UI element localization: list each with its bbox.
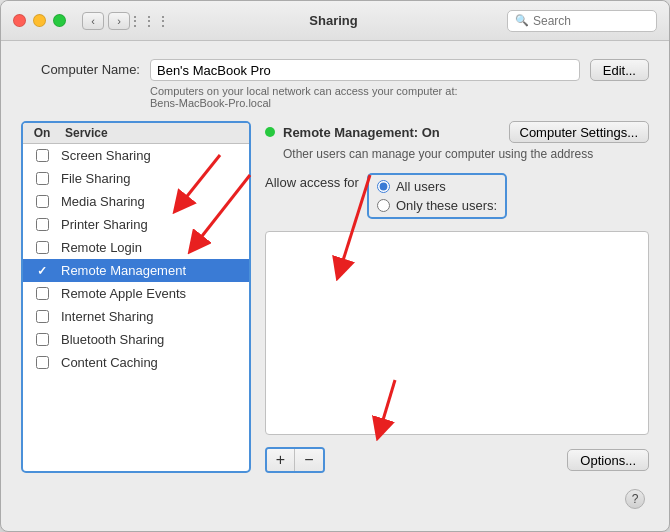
screen-sharing-label: Screen Sharing	[61, 148, 249, 163]
checkbox-cell: ✓	[23, 264, 61, 278]
service-row-file-sharing[interactable]: File Sharing	[23, 167, 249, 190]
checkbox-cell	[23, 287, 61, 300]
rm-title-text: Remote Management: On	[283, 125, 440, 140]
printer-sharing-checkbox[interactable]	[36, 218, 49, 231]
maximize-button[interactable]	[53, 14, 66, 27]
status-dot-green	[265, 127, 275, 137]
computer-name-subtitle: Computers on your local network can acce…	[150, 85, 649, 109]
bluetooth-sharing-checkbox[interactable]	[36, 333, 49, 346]
help-row: ?	[21, 485, 649, 513]
search-input[interactable]	[533, 14, 649, 28]
service-row-remote-management[interactable]: ✓ Remote Management	[23, 259, 249, 282]
help-button[interactable]: ?	[625, 489, 645, 509]
radio-only-these-users-label: Only these users:	[396, 198, 497, 213]
service-row-bluetooth-sharing[interactable]: Bluetooth Sharing	[23, 328, 249, 351]
services-header-service: Service	[61, 126, 108, 140]
options-button[interactable]: Options...	[567, 449, 649, 471]
services-header: On Service	[23, 123, 249, 144]
radio-group: All users Only these users:	[367, 173, 507, 219]
content-caching-checkbox[interactable]	[36, 356, 49, 369]
add-user-button[interactable]: +	[267, 449, 295, 471]
access-row: Allow access for All users Only these us…	[265, 173, 649, 219]
radio-all-users[interactable]	[377, 180, 390, 193]
remote-apple-events-checkbox[interactable]	[36, 287, 49, 300]
service-row-content-caching[interactable]: Content Caching	[23, 351, 249, 374]
main-panel: On Service Screen Sharing	[21, 121, 649, 473]
edit-button[interactable]: Edit...	[590, 59, 649, 81]
rm-status: Remote Management: On Computer Settings.…	[265, 121, 649, 161]
grid-button[interactable]: ⋮⋮⋮	[138, 12, 160, 30]
remote-management-label: Remote Management	[61, 263, 249, 278]
checkbox-cell	[23, 172, 61, 185]
media-sharing-checkbox[interactable]	[36, 195, 49, 208]
minimize-button[interactable]	[33, 14, 46, 27]
traffic-lights	[13, 14, 66, 27]
checkbox-cell	[23, 241, 61, 254]
service-row-printer-sharing[interactable]: Printer Sharing	[23, 213, 249, 236]
computer-name-row: Computer Name: Edit... Computers on your…	[21, 59, 649, 109]
forward-button[interactable]: ›	[108, 12, 130, 30]
computer-name-field-row: Edit...	[150, 59, 649, 81]
file-sharing-checkbox[interactable]	[36, 172, 49, 185]
nav-buttons: ‹ ›	[82, 12, 130, 30]
computer-name-label: Computer Name:	[41, 59, 140, 77]
computer-settings-button[interactable]: Computer Settings...	[509, 121, 650, 143]
radio-option-only-these-users[interactable]: Only these users:	[377, 198, 497, 213]
checkbox-cell	[23, 333, 61, 346]
close-button[interactable]	[13, 14, 26, 27]
checkbox-cell	[23, 356, 61, 369]
internet-sharing-label: Internet Sharing	[61, 309, 249, 324]
rm-description: Other users can manage your computer usi…	[265, 147, 649, 161]
remote-apple-events-label: Remote Apple Events	[61, 286, 249, 301]
bottom-bar: + − Options...	[265, 447, 649, 473]
content-caching-label: Content Caching	[61, 355, 249, 370]
service-row-remote-login[interactable]: Remote Login	[23, 236, 249, 259]
content-area: Computer Name: Edit... Computers on your…	[1, 41, 669, 531]
add-remove-buttons: + −	[265, 447, 325, 473]
services-header-on: On	[23, 126, 61, 140]
checkbox-cell	[23, 310, 61, 323]
computer-name-input[interactable]	[150, 59, 580, 81]
remote-login-checkbox[interactable]	[36, 241, 49, 254]
radio-all-users-label: All users	[396, 179, 446, 194]
remote-login-label: Remote Login	[61, 240, 249, 255]
title-bar: ‹ › ⋮⋮⋮ Sharing 🔍	[1, 1, 669, 41]
screen-sharing-checkbox[interactable]	[36, 149, 49, 162]
internet-sharing-checkbox[interactable]	[36, 310, 49, 323]
access-section: Allow access for All users Only these us…	[265, 173, 649, 219]
search-icon: 🔍	[515, 14, 529, 27]
checkbox-cell	[23, 218, 61, 231]
remove-user-button[interactable]: −	[295, 449, 323, 471]
right-panel: Remote Management: On Computer Settings.…	[265, 121, 649, 473]
service-row-internet-sharing[interactable]: Internet Sharing	[23, 305, 249, 328]
services-list: On Service Screen Sharing	[21, 121, 251, 473]
users-list	[265, 231, 649, 435]
remote-management-checkmark: ✓	[37, 264, 47, 278]
window-title: Sharing	[160, 13, 507, 28]
bluetooth-sharing-label: Bluetooth Sharing	[61, 332, 249, 347]
radio-only-these-users[interactable]	[377, 199, 390, 212]
checkbox-cell	[23, 149, 61, 162]
file-sharing-label: File Sharing	[61, 171, 249, 186]
access-label: Allow access for	[265, 173, 359, 190]
radio-option-all-users[interactable]: All users	[377, 179, 497, 194]
rm-status-row: Remote Management: On Computer Settings.…	[265, 121, 649, 143]
service-row-media-sharing[interactable]: Media Sharing	[23, 190, 249, 213]
checkbox-cell	[23, 195, 61, 208]
rm-title: Remote Management: On	[265, 125, 440, 140]
back-button[interactable]: ‹	[82, 12, 104, 30]
search-box[interactable]: 🔍	[507, 10, 657, 32]
media-sharing-label: Media Sharing	[61, 194, 249, 209]
service-row-remote-apple-events[interactable]: Remote Apple Events	[23, 282, 249, 305]
service-row-screen-sharing[interactable]: Screen Sharing	[23, 144, 249, 167]
computer-name-right: Edit... Computers on your local network …	[150, 59, 649, 109]
printer-sharing-label: Printer Sharing	[61, 217, 249, 232]
